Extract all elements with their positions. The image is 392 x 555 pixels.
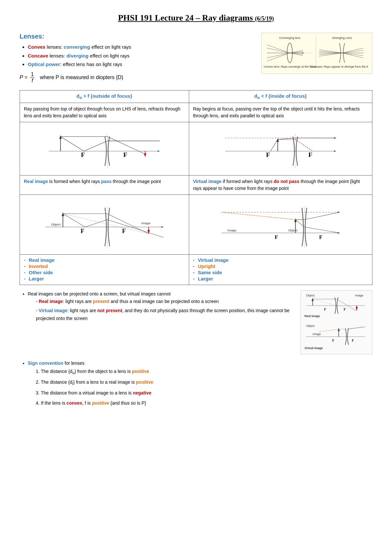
prop-same-side: Same side	[193, 270, 368, 275]
bullet-concave: Concave lenses: diverging effect on ligh…	[28, 52, 255, 60]
virtual-image-svg: F F Object Image	[193, 197, 368, 251]
left-diagram-real: F F Object Image	[20, 194, 189, 254]
real-virtual-comparison-svg: Object Image F F Real Im	[303, 293, 368, 351]
svg-text:F: F	[266, 151, 270, 158]
svg-text:F: F	[308, 151, 312, 158]
svg-marker-83	[294, 218, 296, 222]
sign-item-2: The distance {di} from a lens to a real …	[41, 378, 372, 387]
lenses-heading: Lenses:	[20, 33, 255, 40]
right-properties: Virtual image Upright Same side Larger	[189, 254, 372, 285]
side-diagram-box: Object Image F F Real Im	[301, 290, 372, 354]
svg-marker-99	[356, 307, 358, 311]
left-image-type: Real image is formed when light rays pas…	[20, 175, 189, 194]
svg-text:Object: Object	[288, 228, 297, 232]
col-right-header: do < f {inside of focus}	[189, 90, 372, 103]
svg-text:F: F	[332, 339, 334, 342]
right-description: Ray begins at focus, passing over the to…	[189, 103, 372, 122]
svg-line-52	[270, 139, 278, 151]
svg-line-24	[319, 53, 342, 55]
col-left-header: do > f {outside of focus}	[20, 90, 189, 103]
svg-text:F: F	[81, 227, 84, 234]
convex-concave-diagram: Converging lens Convex lens: Rays conver…	[264, 35, 368, 71]
svg-line-6	[290, 53, 303, 54]
right-image-type: Virtual image if formed when light rays …	[189, 175, 372, 194]
svg-line-4	[290, 53, 303, 56]
svg-line-12	[290, 50, 303, 53]
right-diagram-inside-focus: F F	[189, 122, 372, 175]
svg-line-10	[290, 52, 303, 53]
svg-text:Image: Image	[355, 294, 363, 297]
table-row-properties: Real image Inverted Other side Larger Vi…	[20, 254, 372, 285]
svg-text:F: F	[275, 234, 278, 240]
svg-text:F: F	[122, 227, 126, 234]
main-comparison-table: do > f {outside of focus} do < f {inside…	[20, 90, 372, 285]
bullet-convex: Convex lenses: converging effect on ligh…	[28, 43, 255, 51]
formula: P = 1 f where P is measured in diopters …	[20, 72, 255, 84]
real-image-svg: F F Object Image	[24, 197, 185, 251]
svg-marker-109	[338, 328, 340, 331]
sign-item-3: The distance from a virtual image to a l…	[41, 389, 372, 397]
prop-larger-right: Larger	[193, 276, 368, 281]
svg-line-88	[304, 212, 340, 220]
svg-text:F: F	[344, 308, 346, 311]
svg-text:Object: Object	[51, 223, 60, 226]
svg-line-102	[313, 299, 357, 311]
lenses-text: Lenses: Convex lenses: converging effect…	[20, 33, 255, 84]
prop-inverted: Inverted	[24, 263, 185, 269]
svg-line-27	[342, 53, 363, 58]
sign-item-1: The distance {do} from the object to a l…	[41, 367, 372, 377]
table-row-image-type: Real image is formed when light rays pas…	[20, 175, 372, 194]
svg-point-13	[302, 52, 303, 54]
table-row-description: Ray passing from top of object through f…	[20, 103, 372, 122]
svg-line-101	[336, 299, 357, 311]
left-diagram-outside-focus: F F	[20, 122, 189, 175]
virtual-image-desc: Virtual image: light rays are not presen…	[36, 307, 294, 323]
svg-text:Diverging Lens: Diverging Lens	[332, 36, 352, 40]
left-description: Ray passing from top of object through f…	[20, 103, 189, 122]
projection-intro: Real images can be projected onto a scre…	[28, 290, 294, 323]
svg-line-37	[84, 141, 107, 151]
table-row-diagrams2: F F Object Image	[20, 194, 372, 254]
projection-section: Real images can be projected onto a scre…	[20, 290, 372, 354]
svg-line-20	[319, 51, 342, 53]
page-title: PHSI 191 Lecture 24 – Ray diagrams (6/5/…	[20, 13, 372, 23]
svg-text:Concave: Rays appear to diverg: Concave: Rays appear to diverge from the…	[310, 65, 368, 68]
svg-line-113	[319, 329, 339, 332]
svg-text:Image: Image	[313, 332, 321, 336]
svg-text:Real Image: Real Image	[304, 314, 320, 318]
svg-marker-58	[161, 226, 163, 227]
svg-line-26	[319, 53, 342, 56]
svg-marker-42	[144, 153, 146, 157]
svg-text:F: F	[123, 151, 127, 158]
svg-text:Object: Object	[306, 294, 315, 297]
prop-real-image: Real image	[24, 257, 185, 263]
svg-text:Image: Image	[141, 221, 151, 225]
svg-text:Convex lens: Rays converge at : Convex lens: Rays converge at the focus	[264, 65, 317, 68]
svg-marker-97	[312, 298, 314, 301]
svg-marker-51	[276, 138, 279, 142]
sign-item-4: If the lens is convex, f is positive {an…	[41, 399, 372, 408]
svg-line-90	[304, 227, 340, 233]
prop-virtual-image: Virtual image	[193, 257, 368, 263]
svg-line-18	[319, 50, 342, 53]
svg-text:Object: Object	[306, 324, 315, 328]
svg-text:F: F	[319, 234, 322, 240]
svg-marker-44	[334, 150, 336, 152]
svg-text:Image: Image	[227, 228, 237, 232]
projection-content: Real images can be projected onto a scre…	[20, 290, 294, 354]
svg-text:F: F	[324, 308, 326, 311]
lens-image-box: Converging lens Convex lens: Rays conver…	[261, 33, 372, 74]
outside-focus-svg: F F	[24, 125, 185, 172]
lenses-section: Lenses: Convex lenses: converging effect…	[20, 33, 372, 84]
svg-line-25	[342, 53, 363, 56]
svg-text:F: F	[352, 339, 354, 342]
right-diagram-virtual: F F Object Image	[189, 194, 372, 254]
svg-line-21	[342, 50, 363, 53]
svg-line-70	[63, 213, 85, 227]
prop-other-side: Other side	[24, 270, 185, 275]
svg-text:Converging lens: Converging lens	[279, 36, 301, 40]
svg-line-53	[278, 138, 295, 139]
svg-line-85	[221, 212, 295, 220]
prop-larger-left: Larger	[24, 276, 185, 281]
svg-line-72	[107, 219, 163, 237]
